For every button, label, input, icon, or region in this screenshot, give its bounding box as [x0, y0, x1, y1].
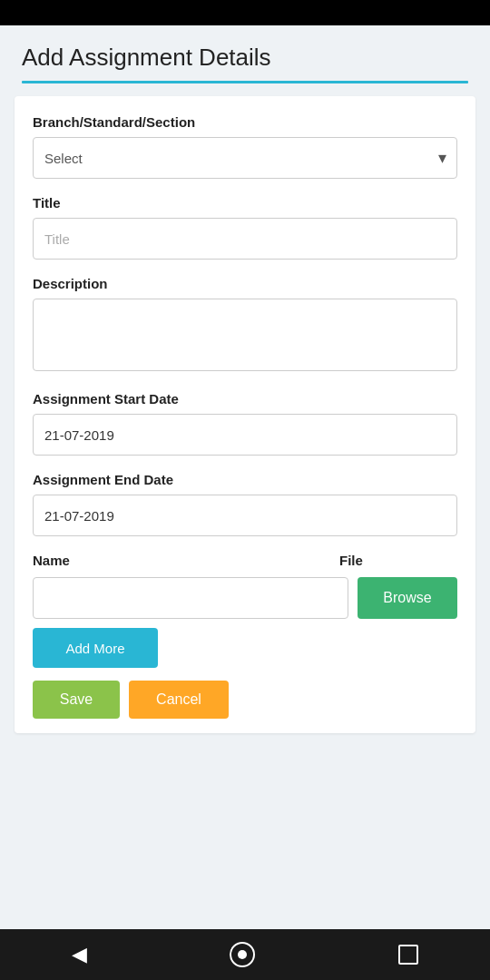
start-date-value: 21-07-2019 [44, 427, 114, 443]
form-card: Branch/Standard/Section Select ▾ Title D… [15, 96, 475, 733]
page-title: Add Assignment Details [0, 25, 490, 72]
status-bar [0, 0, 490, 25]
branch-select[interactable]: Select [33, 137, 457, 179]
end-date-input[interactable]: 21-07-2019 [33, 495, 457, 536]
file-row-inputs: Browse [33, 577, 457, 619]
bottom-nav: ◀ [0, 929, 490, 980]
branch-field-group: Branch/Standard/Section Select ▾ [33, 114, 457, 179]
title-underline [22, 81, 468, 83]
description-field-group: Description [33, 276, 457, 375]
description-label: Description [33, 276, 457, 291]
start-date-field-group: Assignment Start Date 21-07-2019 [33, 391, 457, 456]
title-field-group: Title [33, 195, 457, 260]
browse-button[interactable]: Browse [358, 577, 457, 619]
start-date-label: Assignment Start Date [33, 391, 457, 407]
home-button[interactable] [230, 942, 255, 967]
file-file-col-label: File [339, 553, 457, 568]
home-circle [230, 942, 255, 967]
save-button[interactable]: Save [33, 681, 120, 719]
add-more-button[interactable]: Add More [33, 628, 158, 668]
end-date-label: Assignment End Date [33, 472, 457, 487]
main-content: Add Assignment Details Branch/Standard/S… [0, 25, 490, 929]
home-circle-inner [238, 950, 247, 959]
branch-select-wrapper: Select ▾ [33, 137, 457, 179]
file-section: Name File Browse Add More [33, 553, 457, 668]
start-date-input[interactable]: 21-07-2019 [33, 414, 457, 456]
cancel-button[interactable]: Cancel [129, 681, 229, 719]
description-textarea[interactable] [33, 299, 457, 371]
action-buttons: Save Cancel [33, 681, 457, 719]
file-name-col-label: Name [33, 553, 339, 568]
title-input[interactable] [33, 218, 457, 260]
square-icon [398, 945, 418, 965]
back-button[interactable]: ◀ [72, 943, 87, 966]
recent-apps-button[interactable] [398, 945, 418, 965]
file-name-input[interactable] [33, 577, 348, 619]
end-date-field-group: Assignment End Date 21-07-2019 [33, 472, 457, 536]
end-date-value: 21-07-2019 [44, 508, 114, 524]
title-label: Title [33, 195, 457, 211]
branch-label: Branch/Standard/Section [33, 114, 457, 130]
file-row-header: Name File [33, 553, 457, 568]
